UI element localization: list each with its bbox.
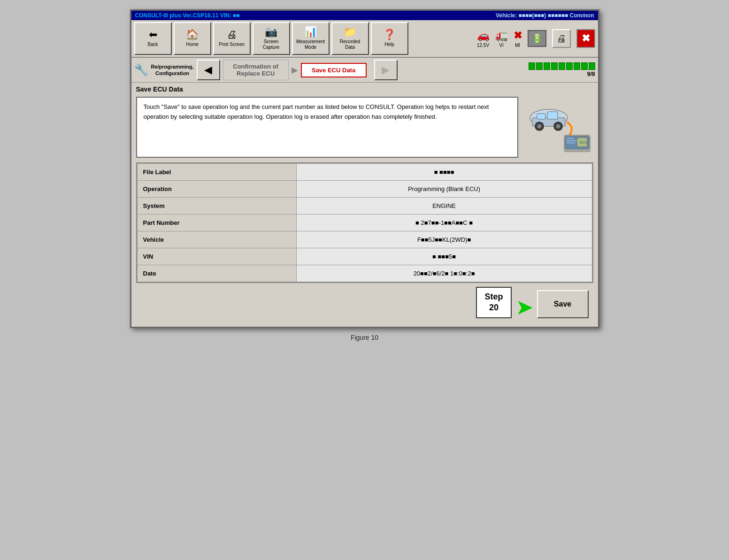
table-row: VehicleF■■5J■■KL(2WD)■ [137, 231, 592, 248]
table-cell-label: Vehicle [137, 231, 296, 248]
bottom-action-area: Step20 ➤ Save [136, 283, 593, 322]
measurement-label: MeasurementMode [296, 39, 325, 50]
svg-point-5 [537, 124, 541, 128]
svg-rect-2 [537, 114, 545, 119]
toolbar-right: 🚗 12.5V 🚛 VI ✖ MI 🔋 🖨 ✖ [477, 29, 595, 48]
figure-caption: Figure 10 [351, 334, 378, 341]
main-panel: Touch "Save" to save operation log and t… [136, 97, 518, 162]
capture-label: ScreenCapture [263, 39, 280, 50]
help-label: Help [384, 42, 394, 47]
back-label: Back [147, 42, 158, 47]
home-icon: 🏠 [186, 30, 199, 40]
table-cell-label: System [137, 198, 296, 215]
data-table-outer: File Label■ ■■■■OperationProgramming (Bl… [136, 162, 593, 283]
table-cell-value: Programming (Blank ECU) [296, 181, 592, 198]
close-button[interactable]: ✖ [576, 29, 595, 48]
home-button[interactable]: 🏠 Home [174, 22, 211, 55]
printer-button[interactable]: 🖨 [552, 29, 571, 48]
recorded-data-button[interactable]: 📁 RecordedData [331, 22, 369, 55]
table-row: Date20■■2/■6/2■ 1■:0■:2■ [137, 265, 592, 282]
section-icon: 🔧 [134, 63, 148, 77]
home-label: Home [186, 42, 199, 47]
screen-capture-button[interactable]: 📷 ScreenCapture [253, 22, 290, 55]
voltage-label: 12.5V [477, 43, 489, 48]
table-cell-value: ■ ■■■5■ [296, 248, 592, 265]
vi-status: 🚛 VI [495, 30, 508, 48]
table-row: File Label■ ■■■■ [137, 164, 592, 181]
title-bar: CONSULT-III plus Ver.CSP16.11 VIN: ■■ Ve… [131, 11, 598, 20]
close-icon: ✖ [582, 32, 590, 45]
progress-text: 9/9 [587, 71, 595, 77]
table-cell-label: Operation [137, 181, 296, 198]
recorded-label: RecordedData [340, 39, 360, 50]
car-laptop-svg: ECU [523, 101, 593, 158]
side-image-area: ECU [523, 97, 593, 162]
title-left: CONSULT-III plus Ver.CSP16.11 VIN: ■■ [135, 12, 240, 19]
section-label: Re/programming,Configuration [151, 63, 194, 77]
svg-rect-14 [565, 150, 589, 152]
progress-seg-7 [574, 62, 580, 70]
x-status-icon: ✖ [514, 30, 522, 42]
table-cell-value: 20■■2/■6/2■ 1■:0■:2■ [296, 265, 592, 282]
svg-point-7 [556, 124, 560, 128]
title-right: Vehicle: ■■■■(■■■) ■■■■■■ Common [496, 12, 594, 19]
breadcrumb-arrow: ▶ [292, 65, 298, 75]
step-label: Step20 [484, 292, 503, 312]
battery-icon: 🔋 [528, 30, 546, 47]
table-row: OperationProgramming (Blank ECU) [137, 181, 592, 198]
instruction-box: Touch "Save" to save operation log and t… [136, 97, 518, 158]
table-row: Part Number■ 2■7■■-1■■A■■C ■ [137, 215, 592, 231]
measurement-mode-button[interactable]: 📊 MeasurementMode [292, 22, 330, 55]
progress-seg-5 [559, 62, 565, 70]
page-content: Save ECU Data Touch "Save" to save opera… [131, 83, 598, 327]
table-cell-label: Part Number [137, 215, 296, 231]
mi-label: MI [515, 43, 520, 48]
svg-rect-11 [567, 138, 574, 139]
prev-step-button[interactable]: ◀ [197, 60, 220, 80]
measurement-icon: 📊 [304, 27, 317, 37]
save-button[interactable]: Save [537, 290, 589, 318]
table-cell-label: VIN [137, 248, 296, 265]
next-step-button[interactable]: ▶ [374, 60, 398, 80]
svg-text:ECU: ECU [580, 140, 588, 145]
car-icon: 🚗 [477, 30, 490, 42]
voltage-status: 🚗 12.5V [477, 30, 490, 48]
mi-status: ✖ MI [514, 30, 522, 48]
step-box: Step20 [476, 287, 511, 318]
camera-icon: 📷 [265, 27, 277, 37]
table-row: SystemENGINE [137, 198, 592, 215]
help-button[interactable]: ❓ Help [371, 22, 408, 55]
help-icon: ❓ [383, 30, 396, 40]
table-cell-value: F■■5J■■KL(2WD)■ [296, 231, 592, 248]
toolbar: ⬅ Back 🏠 Home 🖨 Print Screen 📷 ScreenCap… [131, 20, 598, 58]
instruction-text: Touch "Save" to save operation log and t… [144, 103, 489, 120]
back-icon: ⬅ [149, 30, 157, 40]
progress-seg-6 [566, 62, 573, 70]
progress-seg-3 [544, 62, 550, 70]
print-label: Print Screen [219, 42, 245, 47]
content-area: Touch "Save" to save operation log and t… [136, 97, 593, 162]
step-save-ecu: Save ECU Data [301, 63, 367, 77]
table-row: VIN■ ■■■5■ [137, 248, 592, 265]
printer-icon: 🖨 [557, 33, 566, 44]
breadcrumb-bar: 🔧 Re/programming,Configuration ◀ Confirm… [131, 58, 598, 83]
progress-seg-2 [536, 62, 543, 70]
table-cell-value: ENGINE [296, 198, 592, 215]
progress-bar [529, 62, 595, 70]
vi-label: VI [499, 43, 503, 48]
truck-icon: 🚛 [495, 30, 508, 42]
print-icon: 🖨 [227, 30, 237, 40]
step-confirmation: Confirmation ofReplace ECU [223, 60, 289, 80]
table-cell-label: Date [137, 265, 296, 282]
svg-rect-3 [547, 112, 558, 119]
arrow-right-icon: ➤ [516, 297, 532, 318]
progress-bar-container: 9/9 [529, 62, 595, 77]
table-cell-label: File Label [137, 164, 296, 181]
print-screen-button[interactable]: 🖨 Print Screen [213, 22, 251, 55]
back-button[interactable]: ⬅ Back [134, 22, 172, 55]
recorded-icon: 📁 [344, 27, 356, 37]
svg-rect-13 [567, 142, 575, 144]
section-label-area: 🔧 Re/programming,Configuration [134, 63, 194, 77]
page-title: Save ECU Data [136, 85, 593, 93]
table-cell-value: ■ ■■■■ [296, 164, 592, 181]
